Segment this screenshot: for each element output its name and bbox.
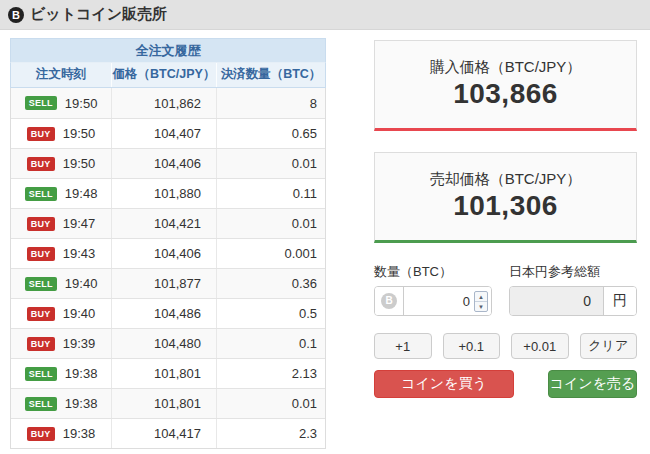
order-rows: SELL19:50101,8628BUY19:50104,4070.65BUY1…: [10, 88, 326, 449]
order-amount: 2.3: [216, 419, 325, 448]
order-time: 19:38: [65, 396, 98, 411]
order-time: 19:38: [65, 366, 98, 381]
side-badge: SELL: [25, 96, 57, 110]
order-time-cell: BUY19:43: [11, 239, 111, 268]
bitcoin-addon: B: [375, 287, 404, 315]
total-field-group: 日本円参考総額 円: [509, 263, 637, 316]
order-time-cell: BUY19:38: [11, 419, 111, 448]
order-amount: 0.1: [216, 329, 325, 358]
order-time: 19:40: [65, 276, 98, 291]
order-price: 101,862: [111, 88, 216, 118]
order-price: 104,406: [111, 239, 216, 268]
total-input: [510, 287, 603, 315]
side-badge: SELL: [25, 397, 57, 411]
increment-button[interactable]: +1: [374, 333, 432, 359]
order-amount: 0.01: [216, 389, 325, 418]
amount-field-label: 数量（BTC）: [374, 263, 492, 281]
order-amount: 0.01: [216, 149, 325, 178]
trade-panel: 購入価格（BTC/JPY） 103,866 売却価格（BTC/JPY） 101,…: [374, 40, 637, 398]
column-header-amount: 決済数量（BTC）: [216, 63, 325, 87]
side-badge: BUY: [27, 217, 55, 231]
order-price: 104,486: [111, 299, 216, 328]
amount-field-group: 数量（BTC） B ▲▼: [374, 263, 492, 316]
order-amount: 0.001: [216, 239, 325, 268]
column-header-price: 価格（BTC/JPY）: [111, 63, 216, 87]
table-row: BUY19:39104,4800.1: [11, 328, 325, 358]
bitcoin-exchange-page: B ビットコイン販売所 全注文履歴 注文時刻 価格（BTC/JPY） 決済数量（…: [0, 0, 650, 454]
table-row: BUY19:50104,4070.65: [11, 118, 325, 148]
table-row: SELL19:40101,8770.36: [11, 268, 325, 298]
order-price: 104,407: [111, 119, 216, 148]
order-time: 19:48: [65, 186, 98, 201]
increment-button[interactable]: +0.01: [511, 333, 569, 359]
side-badge: SELL: [25, 367, 57, 381]
total-field-label: 日本円参考総額: [509, 263, 637, 281]
yen-suffix: 円: [603, 287, 636, 315]
app-header: B ビットコイン販売所: [0, 0, 650, 30]
table-row: BUY19:47104,4210.01: [11, 208, 325, 238]
order-amount: 0.5: [216, 299, 325, 328]
column-header-time: 注文時刻: [11, 63, 111, 87]
order-price: 101,801: [111, 389, 216, 418]
order-amount: 0.11: [216, 179, 325, 208]
action-buttons-row: コインを買う コインを売る: [374, 370, 637, 398]
order-price: 101,880: [111, 179, 216, 208]
order-time-cell: SELL19:38: [11, 359, 111, 388]
spinner-up-icon[interactable]: ▲: [475, 292, 487, 301]
order-time-cell: SELL19:48: [11, 179, 111, 208]
table-row: BUY19:38104,4172.3: [11, 418, 325, 448]
order-amount: 0.65: [216, 119, 325, 148]
amount-spinner[interactable]: ▲▼: [474, 291, 488, 312]
order-amount: 8: [216, 88, 325, 118]
order-amount: 0.36: [216, 269, 325, 298]
order-time: 19:50: [65, 96, 98, 111]
order-time: 19:38: [63, 426, 96, 441]
bitcoin-addon-icon: B: [381, 293, 397, 309]
table-row: SELL19:38101,8010.01: [11, 388, 325, 418]
order-amount: 0.01: [216, 209, 325, 238]
order-time-cell: BUY19:50: [11, 119, 111, 148]
order-time-cell: BUY19:40: [11, 299, 111, 328]
table-row: SELL19:50101,8628: [11, 88, 325, 118]
page-title: ビットコイン販売所: [30, 5, 167, 24]
sell-price-label: 売却価格（BTC/JPY）: [375, 170, 636, 189]
order-time: 19:50: [63, 126, 96, 141]
order-amount: 2.13: [216, 359, 325, 388]
bitcoin-icon: B: [8, 7, 24, 23]
order-time-cell: SELL19:40: [11, 269, 111, 298]
increment-buttons-row: +1+0.1+0.01クリア: [374, 333, 637, 359]
buy-price-label: 購入価格（BTC/JPY）: [375, 58, 636, 77]
table-row: BUY19:50104,4060.01: [11, 148, 325, 178]
order-price: 104,421: [111, 209, 216, 238]
side-badge: BUY: [27, 127, 55, 141]
order-price: 101,801: [111, 359, 216, 388]
total-input-group: 円: [509, 286, 637, 316]
table-row: SELL19:48101,8800.11: [11, 178, 325, 208]
side-badge: BUY: [27, 337, 55, 351]
table-column-headers: 注文時刻 価格（BTC/JPY） 決済数量（BTC）: [10, 63, 326, 88]
buy-coin-button[interactable]: コインを買う: [374, 370, 514, 398]
sell-price-card: 売却価格（BTC/JPY） 101,306: [374, 152, 637, 243]
order-price: 104,480: [111, 329, 216, 358]
side-badge: SELL: [25, 187, 57, 201]
order-time-cell: BUY19:47: [11, 209, 111, 238]
order-form: 数量（BTC） B ▲▼ 日本円参考総額 円: [374, 263, 637, 316]
side-badge: SELL: [25, 277, 57, 291]
order-time-cell: SELL19:38: [11, 389, 111, 418]
clear-button[interactable]: クリア: [580, 333, 638, 359]
table-row: BUY19:40104,4860.5: [11, 298, 325, 328]
table-row: SELL19:38101,8012.13: [11, 358, 325, 388]
side-badge: BUY: [27, 247, 55, 261]
sell-coin-button[interactable]: コインを売る: [548, 370, 637, 398]
spinner-down-icon[interactable]: ▼: [475, 301, 487, 311]
order-price: 104,417: [111, 419, 216, 448]
order-time: 19:47: [63, 216, 96, 231]
order-time-cell: SELL19:50: [11, 88, 111, 118]
order-history-table: 全注文履歴 注文時刻 価格（BTC/JPY） 決済数量（BTC） SELL19:…: [10, 38, 326, 449]
order-time-cell: BUY19:50: [11, 149, 111, 178]
order-price: 104,406: [111, 149, 216, 178]
buy-price-value: 103,866: [375, 78, 636, 110]
increment-button[interactable]: +0.1: [443, 333, 501, 359]
order-time: 19:40: [63, 306, 96, 321]
buy-price-card: 購入価格（BTC/JPY） 103,866: [374, 40, 637, 131]
